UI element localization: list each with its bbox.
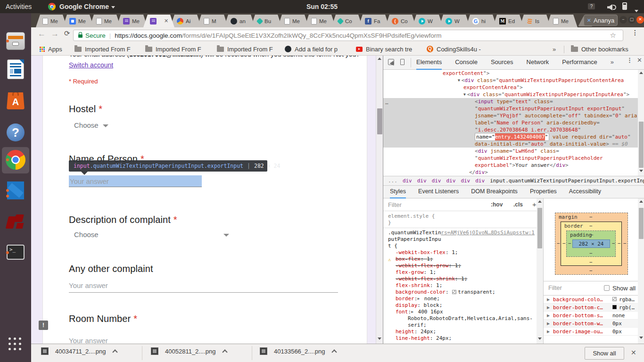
css-property-line[interactable]: box-flex: 1;⚠: [396, 256, 433, 263]
devtools-tabs-overflow[interactable]: »: [611, 56, 614, 70]
scrollbar-thumb[interactable]: [377, 108, 382, 134]
device-toolbar-icon[interactable]: [400, 59, 405, 65]
css-property-line[interactable]: .quantumWizTextin: [388, 230, 441, 236]
dom-tree-line[interactable]: </div>: [469, 169, 488, 176]
other-input[interactable]: Your answer: [69, 281, 108, 289]
new-style-rule-button[interactable]: +: [532, 200, 537, 208]
dom-tree-line[interactable]: jsname="YPqjbf" autocomplete="off" tabin…: [475, 112, 638, 119]
tab[interactable]: M: [197, 15, 228, 27]
sidebar-tab-properties[interactable]: Properties: [530, 186, 557, 198]
elements-scrollbar[interactable]: [638, 70, 644, 176]
dom-tree-line[interactable]: label="Name of Person" aria-describedby=: [475, 119, 600, 126]
reload-button[interactable]: ⟳: [64, 29, 70, 38]
red-app-icon[interactable]: [5, 213, 26, 233]
computed-property-row[interactable]: ▶border-bottom-s…none: [544, 312, 644, 320]
tab[interactable]: Me: [546, 15, 578, 27]
bookmark-item[interactable]: QCodingSkills4u -: [427, 45, 481, 53]
css-property-line[interactable]: line-height: 24px;: [396, 335, 452, 342]
scroll-up-arrow[interactable]: [378, 58, 381, 60]
breadcrumb-item[interactable]: input.quantumWizTextinputPaperinputInput…: [490, 178, 644, 184]
css-property-line[interactable]: display: block;: [396, 302, 442, 309]
devtools-tab-sources[interactable]: Sources: [491, 56, 513, 70]
breadcrumb-item[interactable]: div: [461, 178, 470, 184]
report-abuse-icon[interactable]: !: [39, 321, 48, 330]
computed-property-row[interactable]: ▶background-colo…rgba…: [544, 296, 644, 304]
secure-label[interactable]: Secure: [85, 32, 106, 39]
cls-toggle[interactable]: .cls: [513, 201, 523, 208]
computed-property-row[interactable]: ▶border-image-ou…0px: [544, 328, 644, 336]
other-bookmarks[interactable]: Other bookmarks: [571, 45, 628, 53]
devtools-tab-console[interactable]: Console: [455, 56, 478, 70]
dom-tree-line[interactable]: <div jsname="LwH6nd" class=: [475, 148, 559, 155]
devtools-tab-network[interactable]: Network: [527, 56, 549, 70]
tab[interactable]: W: [412, 15, 443, 27]
bookmark-item[interactable]: Add a field for p: [285, 45, 338, 53]
elements-tree[interactable]: exportContent">▼<div class="quantumWizTe…: [383, 70, 638, 176]
system-menu-caret[interactable]: [635, 6, 638, 15]
tab[interactable]: Me: [36, 15, 67, 27]
switch-account-link[interactable]: Switch account: [69, 61, 113, 69]
bookmark-item[interactable]: Binary search tre: [356, 45, 412, 53]
sidebar-tab-event-listeners[interactable]: Event Listeners: [418, 186, 459, 198]
css-property-line[interactable]: border:▶ none;: [396, 296, 440, 302]
vscode-icon[interactable]: [5, 181, 26, 201]
ubuntu-software-icon[interactable]: A: [5, 90, 26, 111]
keyboard-indicator-icon[interactable]: ?: [588, 3, 595, 9]
breadcrumb-item[interactable]: div: [446, 178, 456, 184]
css-property-line[interactable]: Roboto,RobotoDraft,Helvetica,Arial,sans-: [408, 315, 533, 322]
inspect-element-icon[interactable]: [388, 59, 394, 65]
minimize-button[interactable]: −: [619, 16, 627, 24]
download-item[interactable]: 40133566_2....png: [260, 347, 336, 355]
name-input[interactable]: Your answer: [70, 177, 109, 185]
address-bar[interactable]: Secure | https://docs.google.com/forms/d…: [73, 30, 623, 41]
css-property-line[interactable]: -webkit-box-flex: 1;: [396, 249, 458, 256]
dom-tree-line[interactable]: name="entry.1432404007" value required d…: [475, 133, 631, 140]
dom-tree-line[interactable]: exportContent">: [443, 70, 489, 77]
bookmark-item[interactable]: Imported From F: [145, 45, 201, 53]
bookmark-star-icon[interactable]: ☆: [610, 31, 616, 40]
maximize-button[interactable]: ▢: [628, 16, 636, 24]
css-property-line[interactable]: t {: [388, 243, 397, 249]
dom-tree-line[interactable]: ▼<div class="quantumWizTextinputPaperinp…: [458, 77, 624, 84]
devtools-close-icon[interactable]: ✕: [637, 57, 642, 64]
styles-scrollbar[interactable]: [537, 198, 543, 344]
dom-tree-line[interactable]: exportContentArea">: [463, 84, 523, 91]
scroll-down-arrow[interactable]: [378, 337, 381, 340]
tab[interactable]: Me: [90, 15, 121, 27]
computed-filter-input[interactable]: Filter: [548, 284, 562, 291]
download-item[interactable]: 40052811_2....png: [151, 347, 227, 355]
terminal-icon[interactable]: >_: [5, 243, 26, 263]
sidebar-tab-accessibility[interactable]: Accessibility: [569, 186, 601, 198]
computed-scrollbar[interactable]: [638, 198, 644, 344]
hov-toggle[interactable]: :hov: [491, 201, 503, 208]
tab[interactable]: Me: [305, 15, 336, 27]
sidebar-tab-dom-breakpoints[interactable]: DOM Breakpoints: [471, 186, 518, 198]
hostel-dropdown[interactable]: Choose: [74, 121, 99, 129]
devtools-tab-elements[interactable]: Elements: [416, 56, 442, 70]
tab-active[interactable]: ✕: [143, 15, 174, 27]
close-button[interactable]: ✕: [636, 16, 644, 24]
dom-tree-line[interactable]: exportLabel">Your answer</div>: [475, 162, 569, 169]
tab-close-icon[interactable]: ✕: [164, 18, 168, 24]
breadcrumb-item[interactable]: ...: [388, 178, 397, 184]
css-property-line[interactable]: height: 24px;: [396, 329, 436, 335]
tab[interactable]: Bu: [251, 15, 282, 27]
description-dropdown[interactable]: Choose: [74, 230, 99, 239]
dom-tree-line[interactable]: "i.desc.207038648 i.err.207038648": [475, 126, 581, 133]
tab[interactable]: Me: [63, 15, 94, 27]
tab[interactable]: Is: [520, 15, 551, 27]
show-applications-icon[interactable]: [5, 334, 26, 354]
breadcrumb-item[interactable]: div: [403, 178, 412, 184]
bookmark-item[interactable]: Imported From F: [74, 45, 131, 53]
dom-tree-line[interactable]: "quantumWizTextinputPaperinputPlaceholde…: [475, 155, 603, 162]
help-icon[interactable]: ?: [5, 123, 26, 143]
profile-button[interactable]: ✕Ananya: [584, 15, 618, 26]
stylesheet-link[interactable]: rs=AMjVe6jOIvoN…8DsSiAupsstw:1: [441, 230, 535, 236]
devtools-menu-icon[interactable]: ⋮: [627, 57, 633, 64]
element-style-rule[interactable]: element.style {: [388, 213, 435, 220]
sidebar-tab-styles[interactable]: Styles: [390, 186, 406, 198]
dom-tree-line[interactable]: "quantumWizTextinputPaperinputInput expo…: [475, 105, 625, 112]
download-item[interactable]: 40034711_2....png: [41, 347, 117, 355]
bookmark-apps[interactable]: Apps: [40, 45, 62, 53]
chrome-menu-icon[interactable]: ⋮: [632, 29, 638, 36]
